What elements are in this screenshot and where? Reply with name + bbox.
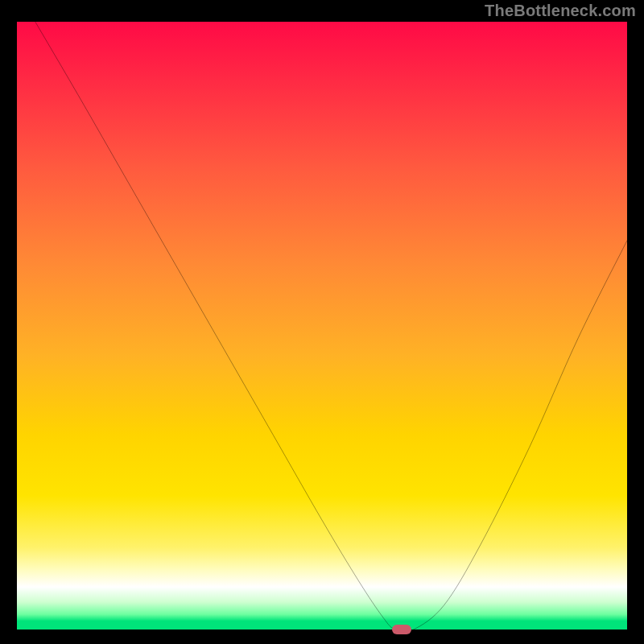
- chart-root: TheBottleneck.com: [0, 0, 644, 644]
- optimal-marker: [392, 625, 411, 634]
- plot-area: [17, 22, 627, 630]
- watermark-text: TheBottleneck.com: [485, 2, 636, 20]
- bottleneck-curve: [17, 22, 627, 630]
- curve-path: [35, 22, 627, 630]
